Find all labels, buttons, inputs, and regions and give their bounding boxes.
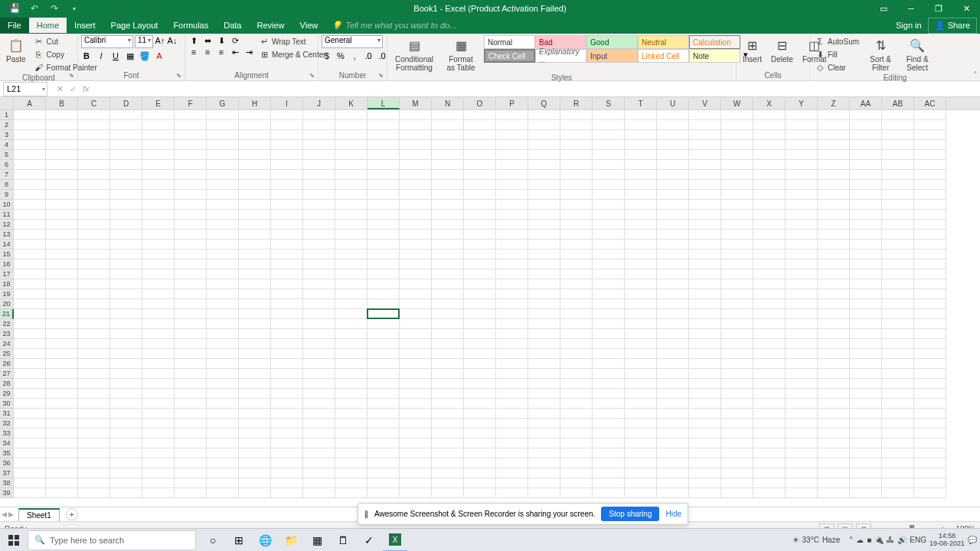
maximize-icon[interactable]: ❐: [925, 0, 952, 17]
col-header-H[interactable]: H: [239, 97, 271, 109]
align-center-icon[interactable]: ≡: [202, 47, 213, 57]
name-box[interactable]: L21: [3, 82, 47, 96]
qat-customize-icon[interactable]: ▾: [66, 0, 83, 17]
undo-icon[interactable]: ↶: [26, 0, 43, 17]
row-header-22[interactable]: 22: [0, 319, 14, 329]
row-header-13[interactable]: 13: [0, 230, 14, 240]
taskbar-search[interactable]: 🔍 Type here to search: [28, 530, 196, 550]
style-neutral[interactable]: Neutral: [638, 35, 689, 49]
col-header-U[interactable]: U: [657, 97, 689, 109]
style-linked-cell[interactable]: Linked Cell: [638, 49, 689, 63]
sheet-prev-icon[interactable]: ◀: [2, 510, 7, 518]
tab-pagelayout[interactable]: Page Layout: [103, 18, 166, 33]
start-button[interactable]: [0, 529, 28, 552]
fill-button[interactable]: ⬇Fill: [813, 48, 861, 60]
align-right-icon[interactable]: ≡: [216, 47, 227, 57]
row-header-20[interactable]: 20: [0, 299, 14, 309]
col-header-B[interactable]: B: [46, 97, 78, 109]
row-header-12[interactable]: 12: [0, 220, 14, 230]
decrease-decimal-icon[interactable]: .0: [377, 51, 387, 61]
align-middle-icon[interactable]: ⬌: [202, 35, 213, 46]
row-header-14[interactable]: 14: [0, 240, 14, 249]
col-header-O[interactable]: O: [464, 97, 496, 109]
app-icon-1[interactable]: ▦: [305, 529, 329, 552]
share-button[interactable]: 👤 Share: [928, 18, 977, 34]
sign-in-link[interactable]: Sign in: [896, 21, 922, 30]
explorer-icon[interactable]: 📁: [279, 529, 303, 552]
border-icon[interactable]: ▦: [125, 51, 136, 61]
col-header-F[interactable]: F: [175, 97, 207, 109]
clear-button[interactable]: ◇Clear: [813, 61, 861, 73]
row-header-39[interactable]: 39: [0, 488, 14, 498]
find-select-button[interactable]: 🔍Find & Select: [900, 35, 934, 73]
style-input[interactable]: Input: [586, 49, 638, 63]
align-bottom-icon[interactable]: ⬇: [216, 35, 227, 46]
col-header-V[interactable]: V: [689, 97, 721, 109]
cancel-formula-icon[interactable]: ✕: [57, 84, 64, 94]
row-header-36[interactable]: 36: [0, 458, 14, 468]
row-header-18[interactable]: 18: [0, 279, 14, 289]
format-as-table-button[interactable]: ▦ Format as Table: [441, 35, 481, 73]
col-header-T[interactable]: T: [625, 97, 657, 109]
italic-button[interactable]: I: [96, 51, 106, 61]
paste-button[interactable]: 📋 Paste: [3, 35, 29, 65]
row-header-24[interactable]: 24: [0, 339, 14, 349]
comma-icon[interactable]: ,: [349, 51, 360, 61]
hide-sharing-button[interactable]: Hide: [665, 510, 681, 518]
row-header-35[interactable]: 35: [0, 448, 14, 458]
row-header-34[interactable]: 34: [0, 439, 14, 448]
formula-input[interactable]: [96, 82, 980, 96]
col-header-C[interactable]: C: [78, 97, 110, 109]
row-header-15[interactable]: 15: [0, 249, 14, 259]
col-header-P[interactable]: P: [496, 97, 528, 109]
clipboard-launcher-icon[interactable]: ⬊: [69, 72, 77, 80]
col-header-J[interactable]: J: [303, 97, 335, 109]
tray-clock[interactable]: 14:56 19-08-2021: [929, 533, 965, 548]
style-note[interactable]: Note: [689, 49, 740, 63]
col-header-Y[interactable]: Y: [786, 97, 818, 109]
bold-button[interactable]: B: [81, 51, 92, 61]
row-header-37[interactable]: 37: [0, 468, 14, 478]
row-header-5[interactable]: 5: [0, 150, 14, 160]
col-header-A[interactable]: A: [14, 97, 46, 109]
increase-decimal-icon[interactable]: .0: [363, 51, 374, 61]
merge-center-button[interactable]: ⊞Merge & Center: [257, 48, 328, 60]
percent-icon[interactable]: %: [335, 51, 346, 61]
select-all-corner[interactable]: [0, 97, 14, 109]
ribbon-options-icon[interactable]: ▭: [870, 0, 897, 17]
row-header-10[interactable]: 10: [0, 200, 14, 210]
row-header-30[interactable]: 30: [0, 399, 14, 409]
row-header-29[interactable]: 29: [0, 389, 14, 399]
style-calculation[interactable]: Calculation: [689, 35, 740, 49]
col-header-AA[interactable]: AA: [850, 97, 882, 109]
indent-dec-icon[interactable]: ⇤: [230, 47, 240, 57]
tab-review[interactable]: Review: [249, 18, 292, 33]
increase-font-icon[interactable]: A↑: [155, 35, 165, 46]
row-header-32[interactable]: 32: [0, 419, 14, 429]
excel-taskbar-icon[interactable]: X: [383, 529, 407, 552]
tray-notifications-icon[interactable]: 💬: [968, 536, 977, 544]
tab-home[interactable]: Home: [29, 18, 67, 33]
cells-area[interactable]: [14, 110, 980, 498]
row-header-28[interactable]: 28: [0, 379, 14, 389]
row-header-2[interactable]: 2: [0, 120, 14, 130]
row-header-11[interactable]: 11: [0, 210, 14, 220]
tray-meet-icon[interactable]: ■: [867, 536, 871, 544]
row-header-21[interactable]: 21: [0, 309, 14, 319]
align-top-icon[interactable]: ⬆: [188, 35, 199, 46]
col-header-X[interactable]: X: [753, 97, 786, 109]
delete-cells-button[interactable]: ⊟Delete: [768, 35, 796, 65]
style-normal[interactable]: Normal: [484, 35, 535, 49]
tray-usb-icon[interactable]: 🔌: [874, 536, 884, 544]
tray-chevron-icon[interactable]: ˄: [849, 536, 853, 544]
font-size-select[interactable]: 11: [135, 35, 153, 48]
row-header-8[interactable]: 8: [0, 180, 14, 190]
col-header-AC[interactable]: AC: [914, 97, 946, 109]
tray-lang[interactable]: ENG: [910, 536, 926, 544]
add-sheet-button[interactable]: +: [66, 508, 78, 520]
tell-me[interactable]: 💡 Tell me what you want to do...: [332, 21, 456, 31]
col-header-N[interactable]: N: [432, 97, 464, 109]
cortana-icon[interactable]: ○: [201, 529, 225, 552]
wrap-text-button[interactable]: ↵Wrap Text: [257, 35, 328, 47]
number-launcher-icon[interactable]: ⬊: [378, 72, 386, 80]
